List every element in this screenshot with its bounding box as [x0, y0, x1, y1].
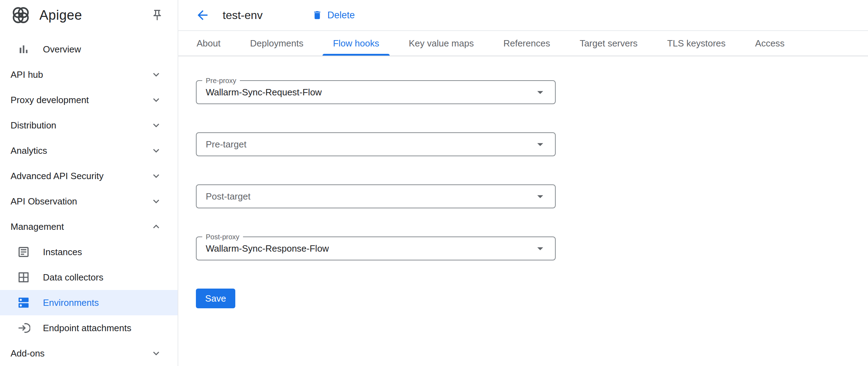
- endpoint-attachments-icon: [17, 321, 30, 335]
- sidebar-item-label: Data collectors: [43, 272, 103, 283]
- sidebar-item-label: Distribution: [11, 120, 56, 131]
- tab-key-value-maps[interactable]: Key value maps: [394, 31, 489, 56]
- pin-icon[interactable]: [149, 7, 165, 23]
- sidebar-item-label: Endpoint attachments: [43, 323, 132, 334]
- tab-label: TLS keystores: [667, 38, 726, 49]
- sidebar: Apigee Overview API hub Proxy developmen…: [0, 0, 178, 366]
- tab-label: Target servers: [580, 38, 638, 49]
- sidebar-item-distribution[interactable]: Distribution: [0, 113, 178, 138]
- data-collectors-icon: [17, 271, 30, 284]
- back-arrow-icon[interactable]: [195, 8, 210, 23]
- dropdown-arrow-icon: [533, 189, 547, 203]
- main-area: test-env Delete About Deployments Flow h…: [178, 0, 868, 366]
- tab-tls-keystores[interactable]: TLS keystores: [652, 31, 740, 56]
- chevron-up-icon: [150, 221, 162, 233]
- sidebar-item-data-collectors[interactable]: Data collectors: [0, 265, 178, 290]
- tab-about[interactable]: About: [182, 31, 235, 56]
- chevron-down-icon: [150, 69, 162, 81]
- tab-label: About: [197, 38, 221, 49]
- trash-icon: [312, 10, 323, 20]
- tab-flow-hooks[interactable]: Flow hooks: [318, 31, 394, 56]
- delete-button-label: Delete: [327, 10, 355, 21]
- sidebar-item-environments[interactable]: Environments: [0, 290, 178, 315]
- tab-target-servers[interactable]: Target servers: [565, 31, 652, 56]
- pre-target-select[interactable]: Pre-target: [196, 132, 556, 156]
- pre-proxy-select[interactable]: Pre-proxy Wallarm-Sync-Request-Flow: [196, 80, 556, 104]
- sidebar-item-advanced-api-security[interactable]: Advanced API Security: [0, 163, 178, 189]
- overview-icon: [17, 43, 30, 56]
- dropdown-arrow-icon: [533, 85, 547, 99]
- delete-button[interactable]: Delete: [312, 10, 355, 21]
- sidebar-item-label: Analytics: [11, 145, 47, 156]
- sidebar-logo-row: Apigee: [0, 0, 178, 30]
- field-value: Wallarm-Sync-Response-Flow: [206, 243, 329, 254]
- chevron-down-icon: [150, 347, 162, 359]
- brand-name: Apigee: [39, 8, 82, 23]
- sidebar-item-endpoint-attachments[interactable]: Endpoint attachments: [0, 315, 178, 341]
- instances-icon: [17, 245, 30, 259]
- field-label: Post-proxy: [202, 232, 243, 242]
- sidebar-item-analytics[interactable]: Analytics: [0, 138, 178, 163]
- tab-references[interactable]: References: [489, 31, 565, 56]
- dropdown-arrow-icon: [533, 241, 547, 255]
- chevron-down-icon: [150, 145, 162, 157]
- sidebar-item-add-ons[interactable]: Add-ons: [0, 341, 178, 366]
- sidebar-item-label: Proxy development: [11, 95, 89, 106]
- chevron-down-icon: [150, 195, 162, 207]
- environments-icon: [17, 296, 30, 309]
- sidebar-item-label: Add-ons: [11, 348, 45, 359]
- tab-bar: About Deployments Flow hooks Key value m…: [178, 31, 868, 56]
- sidebar-item-label: API hub: [11, 69, 43, 80]
- tab-label: References: [503, 38, 550, 49]
- sidebar-item-api-hub[interactable]: API hub: [0, 62, 178, 87]
- field-value: Wallarm-Sync-Request-Flow: [206, 87, 322, 98]
- field-label: Pre-proxy: [202, 76, 240, 86]
- chevron-down-icon: [150, 119, 162, 131]
- sidebar-item-label: Environments: [43, 297, 99, 308]
- flow-hooks-panel: Pre-proxy Wallarm-Sync-Request-Flow Pre-…: [178, 56, 868, 366]
- field-placeholder: Post-target: [206, 191, 250, 202]
- save-button[interactable]: Save: [196, 289, 235, 308]
- sidebar-item-api-observation[interactable]: API Observation: [0, 189, 178, 214]
- tab-label: Flow hooks: [333, 38, 379, 49]
- sidebar-item-label: API Observation: [11, 196, 77, 207]
- tab-label: Access: [755, 38, 785, 49]
- field-placeholder: Pre-target: [206, 139, 247, 150]
- sidebar-item-label: Advanced API Security: [11, 171, 103, 182]
- sidebar-nav: Overview API hub Proxy development Distr…: [0, 30, 178, 366]
- tab-label: Deployments: [250, 38, 304, 49]
- post-proxy-select[interactable]: Post-proxy Wallarm-Sync-Response-Flow: [196, 236, 556, 260]
- tab-deployments[interactable]: Deployments: [235, 31, 318, 56]
- dropdown-arrow-icon: [533, 137, 547, 151]
- sidebar-item-overview[interactable]: Overview: [0, 37, 178, 62]
- chevron-down-icon: [150, 94, 162, 106]
- apigee-logo-icon: [11, 5, 31, 25]
- page-header: test-env Delete: [178, 0, 868, 31]
- post-target-select[interactable]: Post-target: [196, 184, 556, 208]
- sidebar-item-proxy-development[interactable]: Proxy development: [0, 87, 178, 113]
- sidebar-item-label: Management: [11, 221, 64, 232]
- chevron-down-icon: [150, 170, 162, 182]
- tab-access[interactable]: Access: [740, 31, 799, 56]
- sidebar-item-management[interactable]: Management: [0, 214, 178, 239]
- sidebar-item-instances[interactable]: Instances: [0, 239, 178, 265]
- sidebar-item-label: Overview: [43, 44, 81, 55]
- sidebar-item-label: Instances: [43, 247, 82, 258]
- page-title: test-env: [223, 9, 263, 22]
- tab-label: Key value maps: [409, 38, 474, 49]
